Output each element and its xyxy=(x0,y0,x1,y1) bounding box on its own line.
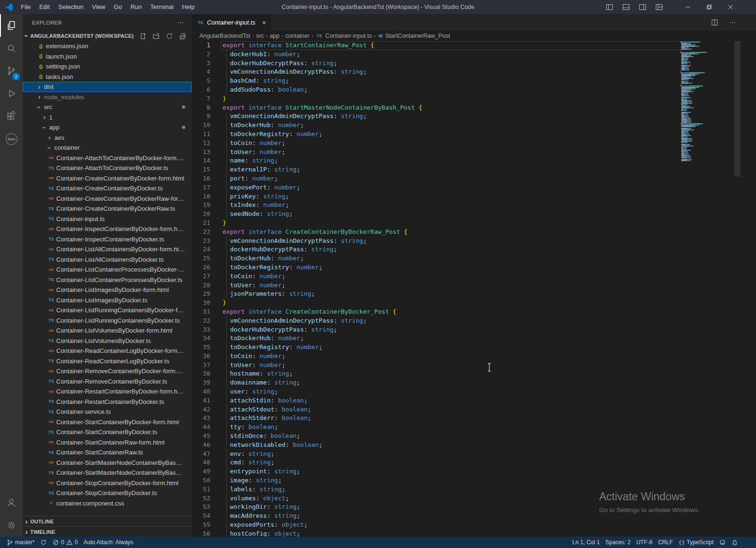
code-line-44[interactable]: 44 tty: boolean; xyxy=(192,423,756,432)
code-line-51[interactable]: 51 labels: string; xyxy=(192,485,756,494)
tree-file-Container-CreateContainerByDocker-form.html[interactable]: <>Container-CreateContainerByDocker-form… xyxy=(23,173,192,184)
code-line-15[interactable]: 15 externalIP: string; xyxy=(192,165,756,174)
menu-view[interactable]: View xyxy=(88,0,110,14)
tree-file-Container-RestartContainerByDocker-form.html[interactable]: <>Container-RestartContainerByDocker-for… xyxy=(23,386,192,397)
tree-file-tasks.json[interactable]: {}tasks.json xyxy=(23,72,192,82)
tree-file-Container-StartMasterNodeContainerByBash.ts[interactable]: TSContainer-StartMasterNodeContainerByBa… xyxy=(23,468,192,478)
git-branch-item[interactable]: master* xyxy=(4,537,37,548)
tree-folder-container[interactable]: ›container xyxy=(23,143,192,153)
code-line-31[interactable]: 31export interface CreateContainerByDock… xyxy=(192,308,756,317)
tree-file-Container-StartContainerByDocker-form.html[interactable]: <>Container-StartContainerByDocker-form.… xyxy=(23,417,192,428)
code-line-28[interactable]: 28 toUser: number; xyxy=(192,281,756,290)
timeline-section-header[interactable]: › TIMELINE xyxy=(23,526,192,537)
feedback-item[interactable] xyxy=(716,537,729,548)
code-line-50[interactable]: 50 image: string; xyxy=(192,476,756,485)
tree-file-Container-service.ts[interactable]: TSContainer-service.ts xyxy=(23,407,192,417)
code-line-37[interactable]: 37 toUser: number; xyxy=(192,361,756,370)
breadcrumb-Container-input.ts[interactable]: TSContainer-input.ts xyxy=(315,33,372,39)
outline-section-header[interactable]: › OUTLINE xyxy=(23,516,192,526)
code-line-35[interactable]: 35 toDockerRegistry: number; xyxy=(192,343,756,352)
tree-file-Container-ListAllContainersByDocker-form.html[interactable]: <>Container-ListAllContainersByDocker-fo… xyxy=(23,244,192,255)
activity-run-debug[interactable] xyxy=(0,82,23,105)
code-line-26[interactable]: 26 toDockerRegistry: number; xyxy=(192,263,756,272)
code-line-46[interactable]: 46 networkDisabled: boolean; xyxy=(192,441,756,450)
code-line-22[interactable]: 22export interface CreateContainerByDock… xyxy=(192,228,756,237)
code-line-55[interactable]: 55 exposedPorts: object; xyxy=(192,521,756,530)
code-line-14[interactable]: 14 name: string; xyxy=(192,156,756,165)
indentation-item[interactable]: Spaces: 2 xyxy=(602,537,633,548)
activity-settings[interactable] xyxy=(0,514,23,537)
cursor-position-item[interactable]: Ln 1, Col 1 xyxy=(569,537,602,548)
code-line-8[interactable]: 8export interface StartMasterNodeContain… xyxy=(192,103,756,112)
tree-file-Container-ListContainerProcessesByDocker-form.html[interactable]: <>Container-ListContainerProcessesByDock… xyxy=(23,265,192,275)
tree-file-Container-StartMasterNodeContainerByBash-form.html[interactable]: <>Container-StartMasterNodeContainerByBa… xyxy=(23,458,192,468)
tree-folder-src[interactable]: ›src xyxy=(23,102,192,112)
code-line-21[interactable]: 21} xyxy=(192,219,756,228)
tree-file-Container-CreateContainerByDocker.ts[interactable]: TSContainer-CreateContainerByDocker.ts xyxy=(23,183,192,194)
menu-edit[interactable]: Edit xyxy=(35,0,54,14)
breadcrumb-app[interactable]: app xyxy=(270,33,280,39)
tree-file-Container-StartContainerByDocker.ts[interactable]: TSContainer-StartContainerByDocker.ts xyxy=(23,427,192,437)
tree-file-Container-ListRunningContainersByDocker-form.html[interactable]: <>Container-ListRunningContainersByDocke… xyxy=(23,305,192,316)
breadcrumb-AngularBackendTst[interactable]: AngularBackendTst xyxy=(199,33,250,39)
language-mode-item[interactable]: {} TypeScript xyxy=(676,537,716,548)
code-line-33[interactable]: 33 dockerHubDecryptPass: string; xyxy=(192,325,756,334)
tree-file-Container-RemoveContainerByDocker.ts[interactable]: TSContainer-RemoveContainerByDocker.ts xyxy=(23,377,192,387)
restore-button[interactable] xyxy=(698,0,720,14)
code-line-16[interactable]: 16 port: number; xyxy=(192,174,756,183)
code-line-11[interactable]: 11 toDockerRegistry: number; xyxy=(192,130,756,139)
refresh-icon[interactable] xyxy=(164,31,174,41)
tree-folder-1[interactable]: ›1 xyxy=(23,112,192,123)
tree-file-Container-CreateContainerByDockerRaw.ts[interactable]: TSContainer-CreateContainerByDockerRaw.t… xyxy=(23,204,192,214)
activity-explorer[interactable] xyxy=(0,14,23,37)
code-line-5[interactable]: 5 bashCmd: string; xyxy=(192,77,756,86)
tree-file-Container-input.ts[interactable]: TSContainer-input.ts xyxy=(23,214,192,224)
tree-file-Container-ListVolumesByDocker-form.html[interactable]: <>Container-ListVolumesByDocker-form.htm… xyxy=(23,325,192,336)
tree-file-Container-ReadContainerLogByDocker.ts[interactable]: TSContainer-ReadContainerLogByDocker.ts xyxy=(23,356,192,367)
tab-container-input[interactable]: TS Container-input.ts × xyxy=(192,14,271,31)
tree-file-Container-CreateContainerByDockerRaw-form.html[interactable]: <>Container-CreateContainerByDockerRaw-f… xyxy=(23,194,192,204)
split-editor-icon[interactable] xyxy=(710,18,719,27)
code-line-32[interactable]: 32 vmConnectionAdminDecryptPass: string; xyxy=(192,317,756,325)
menu-terminal[interactable]: Terminal xyxy=(146,0,178,14)
eol-item[interactable]: CRLF xyxy=(655,537,676,548)
code-line-43[interactable]: 43 attachStderr: boolean; xyxy=(192,414,756,423)
code-line-47[interactable]: 47 env: string; xyxy=(192,450,756,459)
toggle-sidebar-icon[interactable] xyxy=(605,2,614,12)
code-line-49[interactable]: 49 entrypoint: string; xyxy=(192,467,756,476)
code-line-23[interactable]: 23 vmConnectionAdminDecryptPass: string; xyxy=(192,237,756,246)
activity-search[interactable] xyxy=(0,37,23,60)
code-line-25[interactable]: 25 toDockerHub: number; xyxy=(192,254,756,263)
tree-file-Container-ListVolumesByDocker.ts[interactable]: TSContainer-ListVolumesByDocker.ts xyxy=(23,336,192,346)
tree-folder-node_modules[interactable]: ›node_modules xyxy=(23,92,192,103)
code-line-34[interactable]: 34 toDockerHub: number; xyxy=(192,334,756,343)
vertical-scrollbar[interactable] xyxy=(734,41,740,177)
menu-go[interactable]: Go xyxy=(110,0,126,14)
code-line-41[interactable]: 41 attachStdin: boolean; xyxy=(192,396,756,405)
new-file-icon[interactable] xyxy=(138,31,147,41)
problems-item[interactable]: 0 0 xyxy=(50,537,80,548)
code-line-56[interactable]: 56 hostConfig: object; xyxy=(192,530,756,537)
tree-file-Container-StartContainerRaw.ts[interactable]: TSContainer-StartContainerRaw.ts xyxy=(23,447,192,458)
menu-file[interactable]: File xyxy=(17,0,35,14)
menu-run[interactable]: Run xyxy=(126,0,146,14)
menu-help[interactable]: Help xyxy=(178,0,199,14)
tree-file-Container-AttachToContainerByDocker.ts[interactable]: TSContainer-AttachToContainerByDocker.ts xyxy=(23,163,192,173)
tree-file-Container-RestartContainerByDocker.ts[interactable]: TSContainer-RestartContainerByDocker.ts xyxy=(23,397,192,407)
code-line-2[interactable]: 2 dockerHubI: number; xyxy=(192,50,756,59)
tree-file-settings.json[interactable]: {}settings.json xyxy=(23,61,192,72)
code-line-54[interactable]: 54 macAddress: string; xyxy=(192,512,756,521)
code-line-27[interactable]: 27 toCoin: number; xyxy=(192,272,756,281)
activity-source-control[interactable]: 2 xyxy=(0,60,23,82)
code-line-1[interactable]: 1export interface StartContainerRaw_Post… xyxy=(192,41,756,50)
breadcrumb-container[interactable]: container xyxy=(285,33,309,39)
tree-file-Container-ListImagesByDocker-form.html[interactable]: <>Container-ListImagesByDocker-form.html xyxy=(23,285,192,295)
toggle-panel-icon[interactable] xyxy=(621,2,631,12)
code-line-6[interactable]: 6 addSudoPass: boolean; xyxy=(192,86,756,94)
code-line-40[interactable]: 40 user: string; xyxy=(192,387,756,396)
close-button[interactable] xyxy=(720,0,741,14)
code-line-42[interactable]: 42 attachStdout: boolean; xyxy=(192,405,756,414)
menu-selection[interactable]: Selection xyxy=(54,0,87,14)
activity-extensions[interactable] xyxy=(0,105,23,128)
code-line-17[interactable]: 17 exposePort: number; xyxy=(192,183,756,192)
